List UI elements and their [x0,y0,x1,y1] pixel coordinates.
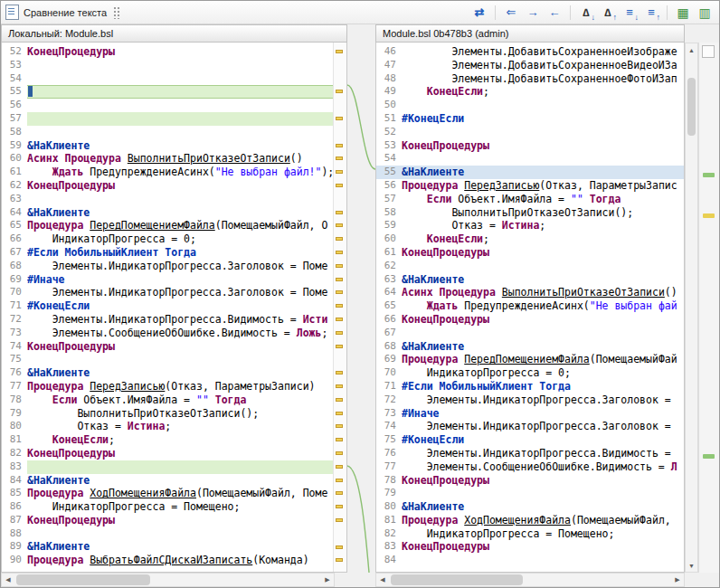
right-code-area[interactable]: 46 Элементы.ДобавитьСохраненноеИзображе4… [376,43,684,572]
left-hscroll-thumb[interactable] [16,574,150,585]
code-line[interactable]: 47 Элементы.ДобавитьСохраненноеВидеоИЗа [376,59,684,72]
vertical-scroll-thumb[interactable] [687,78,696,136]
change-marker[interactable] [336,505,343,508]
code-line[interactable]: 80&НаКлиенте [376,500,684,514]
code-line[interactable]: 59 Отказ = Истина; [376,219,684,232]
code-line[interactable]: 70 Элементы.ИндикаторПрогресса.Заголовок… [2,286,333,299]
change-marker[interactable] [336,545,343,549]
overview-diff-mark[interactable] [703,213,715,218]
code-line[interactable]: 68&НаКлиенте [376,340,684,354]
code-line[interactable]: 82КонецПроцедуры [2,447,333,460]
code-line[interactable]: 49 КонецЕсли; [376,85,684,99]
left-change-ruler[interactable] [333,43,346,572]
scroll-up-icon[interactable] [686,43,697,56]
change-marker[interactable] [336,170,343,174]
right-hscroll-thumb[interactable] [391,574,523,585]
change-marker[interactable] [336,518,343,522]
change-marker[interactable] [336,371,343,375]
copy-current-to-right-icon[interactable]: → [523,4,543,22]
code-line[interactable]: 60Асинх Процедура ВыполнитьПриОтказеОтЗа… [2,152,333,166]
code-line[interactable]: 62КонецПроцедуры [2,179,333,193]
change-marker[interactable] [336,331,343,335]
scroll-left-icon[interactable] [2,574,14,586]
code-line[interactable]: 65 Ждать ПредупреждениеАсинх("Не выбран … [376,299,684,313]
code-line[interactable]: 63 [2,193,333,206]
code-line[interactable]: 79 ВыполнитьПриОтказеОтЗаписи(); [2,407,333,421]
code-line[interactable]: 85Процедура ХодПомещенияФайла(Помещаемый… [2,487,333,500]
code-line[interactable]: 48 Элементы.ДобавитьСохраненноеФотоИЗап [376,72,684,86]
code-line[interactable]: 51#КонецЕсли [376,112,684,126]
copy-current-to-left-icon[interactable]: ← [545,4,564,22]
change-marker[interactable] [336,491,343,495]
inline-view-icon[interactable]: ▥ [695,4,715,22]
code-line[interactable]: 72 Элементы.ИндикаторПрогресса.Заголовок… [376,394,684,407]
code-line[interactable]: 83 [2,460,333,474]
change-marker[interactable] [336,211,343,214]
code-line[interactable]: 52 [376,126,684,139]
overview-diff-mark[interactable] [703,173,715,177]
change-marker[interactable] [336,237,343,241]
code-line[interactable]: 76 Элементы.ИндикаторПрогресса.Видимость… [376,447,684,460]
change-marker[interactable] [336,144,343,147]
code-line[interactable]: 89&НаКлиенте [2,540,333,554]
change-marker[interactable] [336,398,343,402]
code-line[interactable]: 56 [2,99,333,112]
code-line[interactable]: 52КонецПроцедуры [2,45,333,59]
code-line[interactable]: 65Процедура ПередПомещениемФайла(Помещае… [2,219,333,232]
swap-direction-icon[interactable]: ⇄ [469,4,489,22]
scroll-right-icon[interactable] [671,574,684,586]
left-hscroll-track[interactable] [14,574,321,586]
code-line[interactable]: 55 [2,85,333,99]
left-horizontal-scrollbar[interactable] [1,573,335,587]
code-line[interactable]: 57 [2,112,333,126]
change-marker[interactable] [336,558,343,562]
code-line[interactable]: 81 КонецЕсли; [2,433,333,447]
code-line[interactable]: 73 Элементы.СообщениеОбОшибке.Видимость … [2,327,333,340]
right-editor-pane[interactable]: 46 Элементы.ДобавитьСохраненноеИзображе4… [375,43,685,573]
code-line[interactable]: 86 ИндикаторПрогресса = Помещено; [2,500,333,514]
code-line[interactable]: 67#Если МобильныйКлиент Тогда [2,246,333,260]
code-line[interactable]: 59&НаКлиенте [2,139,333,153]
code-line[interactable]: 46 Элементы.ДобавитьСохраненноеИзображе [376,45,684,59]
code-line[interactable]: 66КонецПроцедуры [376,313,684,327]
toolbar-grip[interactable] [113,6,120,19]
code-line[interactable]: 77 Элементы.СообщениеОбОшибке.Видимость … [376,460,684,474]
code-line[interactable]: 76&НаКлиенте [2,366,333,380]
next-change-icon[interactable]: ≡↓ [620,4,639,22]
code-line[interactable]: 78КонецПроцедуры [376,474,684,488]
overview-diff-mark[interactable] [703,454,715,459]
right-hscroll-track[interactable] [389,574,671,586]
change-marker[interactable] [336,318,343,321]
code-line[interactable]: 77Процедура ПередЗаписью(Отказ, Параметр… [2,380,333,394]
code-line[interactable]: 73#Иначе [376,407,684,421]
code-line[interactable]: 69#Иначе [2,273,333,287]
change-marker[interactable] [336,465,343,469]
change-marker[interactable] [336,412,343,415]
right-horizontal-scrollbar[interactable] [375,573,685,587]
code-line[interactable]: 61КонецПроцедуры [376,246,684,260]
code-line[interactable]: 58 [2,126,333,139]
left-code-area[interactable]: 52КонецПроцедуры53545556575859&НаКлиенте… [2,43,333,572]
previous-difference-icon[interactable]: ∆↑ [598,4,618,22]
code-line[interactable]: 88 [2,527,333,541]
scroll-down-icon[interactable] [686,559,697,572]
change-marker[interactable] [336,278,343,281]
code-line[interactable]: 55&НаКлиенте [376,166,684,179]
code-line[interactable]: 74КонецПроцедуры [2,340,333,354]
change-marker[interactable] [336,304,343,308]
code-line[interactable]: 71#Если МобильныйКлиент Тогда [376,380,684,394]
code-line[interactable]: 79 [376,487,684,500]
code-line[interactable]: 54 [376,152,684,166]
code-line[interactable]: 75#КонецЕсли [376,433,684,447]
code-line[interactable]: 57 Если Объект.ИмяФайла = "" Тогда [376,193,684,206]
scroll-right-icon[interactable] [321,574,334,586]
code-line[interactable]: 58 ВыполнитьПриОтказеОтЗаписи(); [376,206,684,220]
code-line[interactable]: 71#КонецЕсли [2,299,333,313]
change-marker[interactable] [336,384,343,388]
code-line[interactable]: 80 Отказ = Истина; [2,420,333,433]
code-line[interactable]: 68 Элементы.ИндикаторПрогресса.Заголовок… [2,260,333,273]
change-marker[interactable] [336,90,343,93]
code-line[interactable]: 66 ИндикаторПрогресса = 0; [2,232,333,246]
change-marker[interactable] [336,345,343,348]
code-line[interactable]: 53 [2,59,333,72]
